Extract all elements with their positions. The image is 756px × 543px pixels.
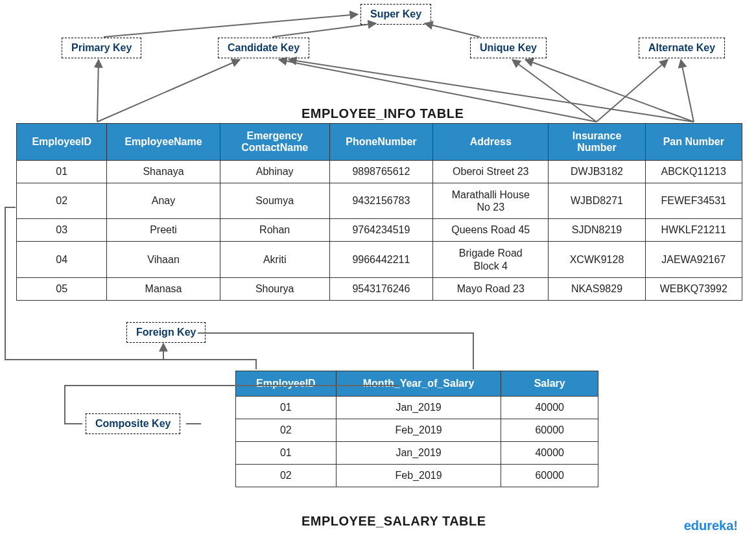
table-cell: Shanaya: [107, 161, 220, 183]
table-cell: Akriti: [220, 242, 329, 277]
table-cell: Abhinay: [220, 161, 329, 183]
table-row: 01ShanayaAbhinay9898765612Oberoi Street …: [17, 161, 742, 183]
employee-info-title: EMPLOYEE_INFO TABLE: [301, 106, 464, 121]
svg-line-3: [97, 60, 99, 122]
svg-line-9: [597, 60, 668, 122]
table-cell: 02: [17, 183, 107, 219]
table-cell: NKAS9829: [549, 277, 645, 300]
table-cell: 02: [236, 465, 337, 487]
column-header: Salary: [501, 371, 598, 397]
table-cell: Oberoi Street 23: [433, 161, 549, 183]
table-cell: 9966442211: [329, 242, 432, 277]
table-row: 01Jan_201940000: [236, 442, 598, 465]
table-cell: Rohan: [220, 219, 329, 242]
svg-line-7: [512, 60, 597, 122]
column-header: Month_Year_of_Salary: [336, 371, 501, 397]
table-cell: 05: [17, 277, 107, 300]
table-cell: DWJB3182: [549, 161, 645, 183]
table-row: 04VihaanAkriti9966442211Brigade RoadBloc…: [17, 242, 742, 277]
table-cell: Vihaan: [107, 242, 220, 277]
table-cell: HWKLF21211: [645, 219, 742, 242]
candidate-key-box: Candidate Key: [218, 38, 309, 58]
table-cell: 01: [236, 442, 337, 465]
table-cell: Soumya: [220, 183, 329, 219]
table-cell: JAEWA92167: [645, 242, 742, 277]
table-cell: ABCKQ11213: [645, 161, 742, 183]
column-header: EmployeeID: [236, 371, 337, 397]
table-cell: Jan_2019: [336, 397, 501, 419]
column-header: PhoneNumber: [329, 124, 432, 161]
column-header: EmergencyContactName: [220, 124, 329, 161]
table-row: 02Feb_201960000: [236, 419, 598, 442]
table-cell: Manasa: [107, 277, 220, 300]
column-header: Address: [433, 124, 549, 161]
svg-line-2: [425, 23, 480, 37]
table-cell: 9898765612: [329, 161, 432, 183]
column-header: EmployeeID: [17, 124, 107, 161]
table-cell: 40000: [501, 442, 598, 465]
table-row: 05ManasaShourya9543176246Mayo Road 23NKA…: [17, 277, 742, 300]
table-cell: 01: [17, 161, 107, 183]
svg-line-0: [104, 14, 358, 37]
foreign-key-box: Foreign Key: [126, 322, 206, 343]
brand-logo: edureka!: [684, 518, 738, 533]
unique-key-box: Unique Key: [470, 38, 547, 58]
table-cell: FEWEF34531: [645, 183, 742, 219]
table-cell: Preeti: [107, 219, 220, 242]
svg-line-1: [272, 23, 376, 37]
table-cell: 9432156783: [329, 183, 432, 219]
table-cell: 9543176246: [329, 277, 432, 300]
column-header: EmployeeName: [107, 124, 220, 161]
alternate-key-box: Alternate Key: [639, 38, 725, 58]
table-cell: Feb_2019: [336, 465, 501, 487]
table-row: 01Jan_201940000: [236, 397, 598, 419]
table-cell: 02: [236, 419, 337, 442]
table-cell: Jan_2019: [336, 442, 501, 465]
super-key-box: Super Key: [360, 4, 431, 25]
table-cell: 40000: [501, 397, 598, 419]
column-header: Pan Number: [645, 124, 742, 161]
table-cell: 01: [236, 397, 337, 419]
table-cell: Brigade RoadBlock 4: [433, 242, 549, 277]
employee-salary-title: EMPLOYEE_SALARY TABLE: [301, 514, 486, 529]
table-cell: SJDN8219: [549, 219, 645, 242]
table-cell: 60000: [501, 419, 598, 442]
composite-key-box: Composite Key: [86, 413, 180, 434]
column-header: InsuranceNumber: [549, 124, 645, 161]
primary-key-box: Primary Key: [62, 38, 141, 58]
table-row: 02Feb_201960000: [236, 465, 598, 487]
table-cell: WJBD8271: [549, 183, 645, 219]
table-cell: 04: [17, 242, 107, 277]
table-row: 03PreetiRohan9764234519Queens Road 45SJD…: [17, 219, 742, 242]
table-cell: 60000: [501, 465, 598, 487]
svg-line-10: [681, 60, 694, 122]
table-row: 02AnaySoumya9432156783Marathalli HouseNo…: [17, 183, 742, 219]
table-cell: 03: [17, 219, 107, 242]
table-cell: Shourya: [220, 277, 329, 300]
table-cell: 9764234519: [329, 219, 432, 242]
svg-line-8: [525, 60, 694, 122]
table-cell: Mayo Road 23: [433, 277, 549, 300]
svg-line-4: [97, 60, 240, 122]
table-cell: Queens Road 45: [433, 219, 549, 242]
table-cell: Anay: [107, 183, 220, 219]
table-cell: Feb_2019: [336, 419, 501, 442]
employee-info-table: EmployeeIDEmployeeNameEmergencyContactNa…: [16, 123, 742, 301]
employee-salary-table: EmployeeIDMonth_Year_of_SalarySalary01Ja…: [235, 371, 598, 487]
table-cell: XCWK9128: [549, 242, 645, 277]
table-cell: WEBKQ73992: [645, 277, 742, 300]
table-cell: Marathalli HouseNo 23: [433, 183, 549, 219]
